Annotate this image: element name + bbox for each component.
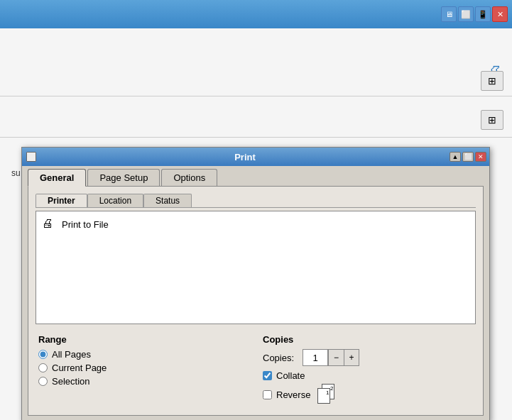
copies-input[interactable] [303,349,328,366]
radio-current-page-label: Current Page [52,363,107,373]
collate-page-front: 1 [317,388,330,404]
print-dialog: Print ▲ ⬜ ✕ General Page Setup Options P… [21,147,490,420]
radio-current-page-row: Current Page [38,363,249,373]
subtab-printer[interactable]: Printer [36,194,87,207]
range-section: Range All Pages Current Page Selection [38,334,249,408]
printer-list-item[interactable]: 🖨 Print to File [39,214,472,234]
range-title: Range [38,334,249,345]
dialog-title: Print [40,152,450,162]
collate-label: Collate [276,370,305,381]
sep-line-1 [0,96,512,96]
collate-checkbox[interactable] [263,371,272,380]
printer-item-icon: 🖨 [42,217,56,231]
app-monitor-btn[interactable]: 🖥 [441,6,457,22]
tab-options[interactable]: Options [161,169,217,186]
subtab-location[interactable]: Location [87,194,143,207]
sep-line-2 [0,137,512,138]
copies-section: Copies Copies: − + Collate Reverse [263,334,473,408]
grid-btn-1[interactable]: ⊞ [481,71,503,91]
radio-selection-label: Selection [52,376,89,387]
printer-item-name: Print to File [62,219,109,230]
dialog-tabs: General Page Setup Options [22,166,489,186]
printer-list: 🖨 Print to File [36,211,476,324]
radio-selection[interactable] [38,377,48,386]
reverse-row: Reverse 2 1 [263,384,473,405]
radio-current-page[interactable] [38,363,48,372]
copies-label: Copies: [263,353,298,363]
dialog-maximize-btn[interactable]: ⬜ [462,152,474,162]
copies-row: Copies: − + [263,349,473,366]
copies-spinner: − + [303,349,359,366]
copies-decrement-btn[interactable]: − [328,349,344,366]
su-label: su [11,168,21,178]
printer-subtabs: Printer Location Status [36,194,476,208]
dialog-titlebar: Print ▲ ⬜ ✕ [22,148,489,166]
copies-increment-btn[interactable]: + [344,349,359,366]
dialog-title-controls: ▲ ⬜ ✕ [450,152,486,162]
radio-all-pages-label: All Pages [52,349,91,360]
radio-all-pages-row: All Pages [38,349,249,360]
app-titlebar: 🖥 ⬜ 📱 ✕ [0,0,512,28]
reverse-checkbox[interactable] [263,390,272,399]
dialog-roll-btn[interactable]: ▲ [450,152,461,162]
app-close-btn[interactable]: ✕ [492,6,508,22]
tab-general[interactable]: General [28,169,86,187]
dialog-title-icon [26,152,36,162]
reverse-label: Reverse [276,389,310,400]
tab-page-setup[interactable]: Page Setup [87,169,160,186]
dialog-body: Printer Location Status 🖨 Print to File … [28,186,484,416]
subtab-status[interactable]: Status [143,194,192,207]
app-row-1: ⊞ [481,71,503,91]
radio-all-pages[interactable] [38,350,48,359]
collate-row: Collate [263,370,473,381]
copies-title: Copies [263,334,473,345]
grid-btn-2[interactable]: ⊞ [481,110,503,130]
app-phone-btn[interactable]: 📱 [475,6,491,22]
radio-selection-row: Selection [38,376,249,387]
dialog-close-btn[interactable]: ✕ [475,152,486,162]
app-row-2: ⊞ [481,110,503,130]
dialog-bottom: Range All Pages Current Page Selection C… [36,330,476,408]
app-tablet-btn[interactable]: ⬜ [458,6,474,22]
collate-preview-icon: 2 1 [317,384,340,405]
